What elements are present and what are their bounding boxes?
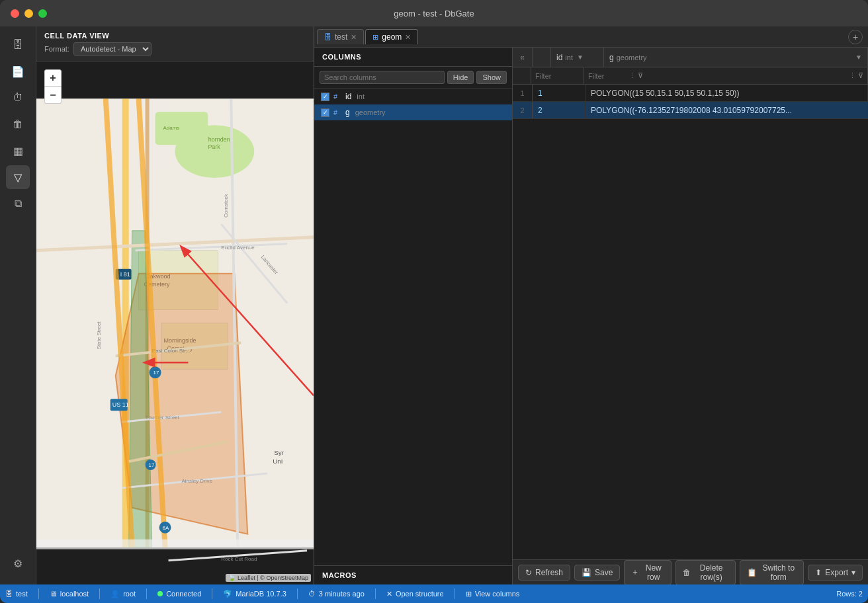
sidebar-icon-layers[interactable]: ⧉: [6, 192, 30, 216]
col-check-id: ✓: [323, 93, 328, 100]
status-sep-7: [455, 588, 455, 599]
table-row[interactable]: 2 2 POLYGON((-76.12352719802008 43.01059…: [513, 102, 868, 119]
cell-data-title: CELL DATA VIEW: [44, 32, 306, 40]
main-layout: 🗄 📄 ⏱ 🗑 ▦ ▽ ⧉ ⚙ CELL DATA VIEW Format:: [0, 26, 868, 584]
connected-label: Connected: [166, 590, 201, 598]
status-view-columns[interactable]: ⊞ View columns: [466, 590, 520, 598]
table-row[interactable]: 1 1 POLYGON((15 50,15.1 50,15 50.1,15 50…: [513, 85, 868, 102]
delete-row-button[interactable]: 🗑 Delete row(s): [675, 560, 736, 585]
status-db-icon: 🗄: [5, 590, 13, 598]
title-bar: geom - test - DbGate: [0, 0, 868, 26]
search-columns-input[interactable]: [320, 71, 445, 84]
map-container: Thornden Park Adams Oakwood Cemetery Mor…: [36, 61, 314, 584]
form-icon: 📋: [747, 568, 757, 577]
col-checkbox-id[interactable]: ✓: [321, 93, 329, 101]
sidebar-icon-archive[interactable]: 🗑: [6, 112, 30, 136]
map-attribution: 🍃 Leaflet | © OpenStreetMap: [226, 574, 311, 582]
time-label: 3 minutes ago: [319, 590, 365, 598]
format-select[interactable]: Autodetect - Map Text JSON: [73, 42, 152, 56]
hide-columns-button[interactable]: Hide: [447, 71, 474, 84]
status-connected: Connected: [157, 590, 201, 598]
status-monitor-icon: 🖥: [50, 590, 57, 598]
sidebar-icon-history[interactable]: ⏱: [6, 86, 30, 110]
tab-test-close[interactable]: ✕: [351, 33, 357, 42]
svg-text:Adams: Adams: [163, 125, 180, 131]
maximize-button[interactable]: [38, 9, 47, 18]
col-header-g-label: g: [609, 53, 614, 62]
new-row-icon: ＋: [631, 567, 639, 578]
macros-header: MACROS: [314, 565, 512, 584]
filter-row: ⋮ ⊽ ⋮ ⊽: [513, 67, 868, 85]
col-g-dropdown[interactable]: ▼: [855, 54, 862, 61]
filter-cell-id: ⋮ ⊽: [531, 67, 584, 84]
cell-id-2: 2: [533, 102, 586, 118]
content-area: CELL DATA VIEW Format: Autodetect - Map …: [36, 26, 868, 584]
mariadb-icon: 🐬: [223, 590, 232, 598]
status-sep-2: [99, 588, 100, 599]
svg-text:I 81: I 81: [120, 271, 130, 278]
sidebar-icon-filter[interactable]: ▽: [6, 165, 30, 189]
refresh-icon: ↻: [525, 568, 532, 577]
delete-icon: 🗑: [683, 568, 691, 577]
status-user[interactable]: 👤 root: [110, 590, 136, 598]
status-sep-4: [212, 588, 212, 599]
status-sep-5: [297, 588, 298, 599]
status-rows: Rows: 2: [836, 590, 863, 598]
column-item-id[interactable]: ✓ # id int: [314, 89, 512, 104]
app-window: geom - test - DbGate 🗄 📄 ⏱ 🗑 ▦ ▽ ⧉ ⚙ CEL…: [0, 0, 868, 603]
filter-sort-icon-g[interactable]: ⋮: [849, 71, 856, 80]
tab-geom-close[interactable]: ✕: [405, 33, 411, 42]
delete-row-label: Delete row(s): [694, 563, 728, 582]
zoom-in-button[interactable]: +: [44, 69, 62, 87]
svg-text:17: 17: [153, 370, 159, 376]
sidebar-icon-settings[interactable]: ⚙: [6, 551, 30, 575]
save-icon: 💾: [582, 568, 591, 577]
db-version-label: MariaDB 10.7.3: [236, 590, 286, 598]
tab-test[interactable]: 🗄 test ✕: [317, 29, 364, 44]
status-sep-3: [146, 588, 147, 599]
filter-cell-g: ⋮ ⊽: [584, 67, 868, 84]
svg-text:State Street: State Street: [96, 321, 102, 350]
svg-text:Ainsley Drive: Ainsley Drive: [181, 478, 212, 484]
sidebar-icon-grid[interactable]: ▦: [6, 139, 30, 163]
export-button[interactable]: ⬆ Export ▾: [808, 565, 863, 581]
tab-geom[interactable]: ⊞ geom ✕: [365, 29, 418, 44]
status-db-version: 🐬 MariaDB 10.7.3: [223, 590, 286, 598]
save-button[interactable]: 💾 Save: [574, 565, 620, 581]
minimize-button[interactable]: [24, 9, 33, 18]
left-panel: CELL DATA VIEW Format: Autodetect - Map …: [36, 26, 314, 584]
sidebar-icon-file[interactable]: 📄: [6, 60, 30, 83]
column-item-g[interactable]: ✓ # g geometry: [314, 104, 512, 120]
status-open-structure[interactable]: ✕ Open structure: [386, 590, 444, 598]
grid-nav-button[interactable]: «: [513, 48, 533, 67]
zoom-out-button[interactable]: −: [44, 87, 62, 104]
status-tab[interactable]: 🗄 test: [5, 590, 28, 598]
columns-icon: ⊞: [466, 590, 472, 598]
col-checkbox-g[interactable]: ✓: [321, 108, 329, 117]
filter-funnel-icon-g[interactable]: ⊽: [858, 71, 863, 80]
zoom-controls: + −: [44, 69, 62, 104]
col-check-g: ✓: [323, 109, 328, 116]
cell-g-2: POLYGON((-76.12352719802008 43.010597920…: [586, 102, 868, 118]
switch-to-form-button[interactable]: 📋 Switch to form: [740, 560, 804, 585]
svg-text:US 11: US 11: [112, 401, 129, 408]
col-id-dropdown[interactable]: ▼: [577, 54, 584, 61]
columns-panel: COLUMNS Hide Show ✓ # id: [314, 48, 513, 584]
show-columns-button[interactable]: Show: [476, 71, 507, 84]
close-button[interactable]: [11, 9, 19, 18]
status-host[interactable]: 🖥 localhost: [50, 590, 89, 598]
bottom-toolbar: ↻ Refresh 💾 Save ＋ New row: [513, 559, 868, 584]
filter-input-g[interactable]: [588, 72, 847, 80]
open-structure-label: Open structure: [396, 590, 444, 598]
col-name-id: id: [345, 92, 351, 101]
new-row-button[interactable]: ＋ New row: [624, 560, 672, 585]
sidebar-icon-database[interactable]: 🗄: [6, 33, 30, 57]
col-icon-g: #: [333, 108, 341, 116]
add-tab-button[interactable]: +: [848, 30, 863, 44]
export-label: Export: [825, 568, 848, 577]
refresh-button[interactable]: ↻ Refresh: [518, 565, 570, 581]
export-dropdown-icon[interactable]: ▾: [851, 568, 855, 577]
format-row: Format: Autodetect - Map Text JSON: [44, 42, 306, 56]
status-time: ⏱ 3 minutes ago: [308, 590, 365, 598]
tab-geom-label: geom: [382, 32, 402, 42]
